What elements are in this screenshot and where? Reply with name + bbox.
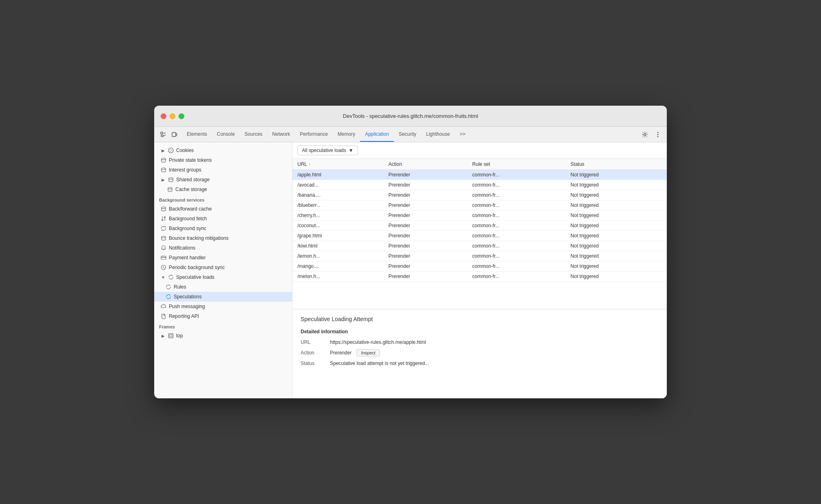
svg-rect-0 [161, 132, 163, 134]
cell-1: Prerender [384, 251, 467, 261]
svg-rect-24 [170, 335, 172, 337]
chevron-down-icon: ▼ [161, 275, 166, 280]
table-row[interactable]: /blueberr...Prerendercommon-fr...Not tri… [293, 200, 667, 211]
cell-0: /coconut... [293, 221, 384, 231]
cell-2: common-fr... [467, 272, 566, 282]
svg-point-14 [162, 158, 166, 160]
devtools-tab-bar: Elements Console Sources Network Perform… [154, 127, 667, 142]
sidebar-item-top[interactable]: ▶ top [154, 331, 292, 341]
svg-point-7 [657, 132, 659, 133]
sidebar-item-background-sync[interactable]: Background sync [154, 224, 292, 233]
col-status[interactable]: Status [566, 159, 667, 170]
sidebar-item-cache-storage[interactable]: Cache storage [154, 185, 292, 194]
tab-console[interactable]: Console [212, 127, 240, 142]
bell-icon [161, 245, 166, 251]
sidebar-item-rules[interactable]: Rules [154, 282, 292, 292]
sidebar-label: Speculative loads [176, 274, 214, 280]
table-row[interactable]: /kiwi.htmlPrerendercommon-fr...Not trigg… [293, 241, 667, 251]
table-row[interactable]: /banana....Prerendercommon-fr...Not trig… [293, 190, 667, 200]
tab-security[interactable]: Security [394, 127, 421, 142]
table-row[interactable]: /cherry.h...Prerendercommon-fr...Not tri… [293, 211, 667, 221]
cell-3: Not triggered [566, 200, 667, 211]
cell-1: Prerender [384, 272, 467, 282]
cell-1: Prerender [384, 221, 467, 231]
clock-icon [161, 265, 166, 270]
cell-0: /avocad... [293, 180, 384, 190]
table-row[interactable]: /coconut...Prerendercommon-fr...Not trig… [293, 221, 667, 231]
table-row[interactable]: /mango....Prerendercommon-fr...Not trigg… [293, 261, 667, 272]
sidebar-item-notifications[interactable]: Notifications [154, 243, 292, 253]
sidebar-section-background-services: Background services [154, 194, 292, 204]
table-row[interactable]: /avocad...Prerendercommon-fr...Not trigg… [293, 180, 667, 190]
sidebar-item-private-state-tokens[interactable]: Private state tokens [154, 155, 292, 165]
card-icon [161, 255, 166, 261]
sync-icon [166, 284, 171, 290]
title-bar: DevTools - speculative-rules.glitch.me/c… [154, 106, 667, 127]
col-url[interactable]: URL ↑ [293, 159, 384, 169]
sidebar-item-speculative-loads[interactable]: ▼ Speculative loads [154, 272, 292, 282]
sidebar-item-periodic-background-sync[interactable]: Periodic background sync [154, 263, 292, 272]
sidebar-section-frames: Frames [154, 321, 292, 331]
detail-status-label: Status [301, 361, 325, 366]
detail-status-value: Speculative load attempt is not yet trig… [330, 361, 429, 366]
sidebar-item-reporting-api[interactable]: Reporting API [154, 311, 292, 321]
svg-point-18 [162, 207, 166, 209]
cell-3: Not triggered [566, 170, 667, 180]
col-action[interactable]: Action [384, 159, 467, 170]
cell-0: /banana.... [293, 190, 384, 200]
sidebar-item-back-forward-cache[interactable]: Back/forward cache [154, 204, 292, 214]
svg-point-9 [657, 136, 659, 137]
cell-1: Prerender [384, 261, 467, 272]
file-icon [161, 313, 166, 319]
settings-icon[interactable] [639, 129, 651, 140]
arrow-down-up-icon [161, 216, 166, 222]
tab-sources[interactable]: Sources [240, 127, 267, 142]
inspect-button[interactable]: Inspect [356, 349, 380, 356]
cell-1: Prerender [384, 180, 467, 190]
db-icon [168, 177, 174, 182]
sidebar-item-shared-storage[interactable]: ▶ Shared storage [154, 175, 292, 185]
cell-1: Prerender [384, 241, 467, 251]
tab-network[interactable]: Network [267, 127, 295, 142]
cell-3: Not triggered [566, 190, 667, 200]
close-button[interactable] [161, 113, 166, 119]
sidebar-item-speculations[interactable]: Speculations [154, 292, 292, 302]
cell-1: Prerender [384, 190, 467, 200]
filter-dropdown[interactable]: All speculative loads ▼ [297, 146, 358, 155]
maximize-button[interactable] [179, 113, 184, 119]
sidebar-item-cookies[interactable]: ▶ Cookies [154, 146, 292, 155]
device-toolbar-icon[interactable] [169, 129, 180, 140]
sidebar-label: Background sync [169, 226, 206, 231]
table-row[interactable]: /grape.htmlPrerendercommon-fr...Not trig… [293, 231, 667, 241]
svg-point-17 [168, 187, 172, 189]
sidebar-item-payment-handler[interactable]: Payment handler [154, 253, 292, 263]
cell-3: Not triggered [566, 241, 667, 251]
svg-rect-5 [176, 133, 177, 136]
sidebar-item-interest-groups[interactable]: Interest groups [154, 165, 292, 175]
sidebar-item-bounce-tracking[interactable]: Bounce tracking mitigations [154, 233, 292, 243]
detail-title: Speculative Loading Attempt [301, 316, 659, 322]
table-row[interactable]: /melon.h...Prerendercommon-fr...Not trig… [293, 272, 667, 282]
sidebar-item-push-messaging[interactable]: Push messaging [154, 302, 292, 311]
inspect-element-icon[interactable] [157, 129, 169, 140]
sidebar-label: Bounce tracking mitigations [169, 235, 229, 241]
more-options-icon[interactable] [652, 129, 664, 140]
db-icon [167, 187, 173, 192]
sidebar: ▶ Cookies Private state tokens Interest … [154, 142, 293, 398]
tab-elements[interactable]: Elements [182, 127, 212, 142]
tab-memory[interactable]: Memory [333, 127, 360, 142]
tab-application[interactable]: Application [360, 127, 394, 142]
table-row[interactable]: /lemon.h...Prerendercommon-fr...Not trig… [293, 251, 667, 261]
table-row[interactable]: /apple.htmlPrerendercommon-fr...Not trig… [293, 170, 667, 180]
tab-more[interactable]: >> [455, 127, 470, 142]
cell-0: /apple.html [293, 170, 384, 180]
col-ruleset[interactable]: Rule set [467, 159, 566, 170]
tab-lighthouse[interactable]: Lighthouse [421, 127, 455, 142]
cell-2: common-fr... [467, 180, 566, 190]
dropdown-icon: ▼ [349, 148, 354, 153]
devtools-window: DevTools - speculative-rules.glitch.me/c… [154, 106, 667, 398]
minimize-button[interactable] [170, 113, 175, 119]
tab-performance[interactable]: Performance [295, 127, 333, 142]
detail-url-value: https://speculative-rules.glitch.me/appl… [330, 339, 426, 345]
sidebar-item-background-fetch[interactable]: Background fetch [154, 214, 292, 224]
